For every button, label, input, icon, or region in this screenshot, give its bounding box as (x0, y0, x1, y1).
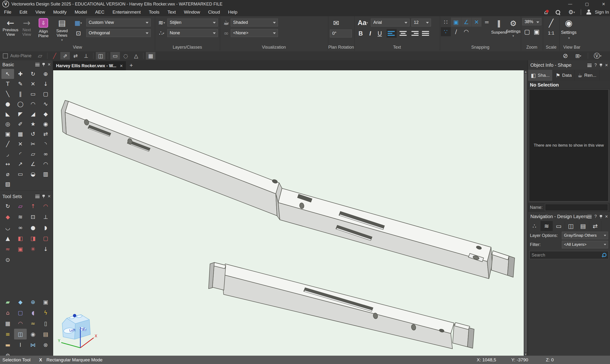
filter-dropdown[interactable]: <All Layers> (562, 241, 608, 248)
send-to-surface-tool[interactable]: ↓ (39, 79, 52, 89)
active-layer-dropdown[interactable]: Stijlen (167, 19, 218, 26)
site-tool-set[interactable]: ▰ (1, 297, 14, 307)
scale-ruler-icon[interactable]: ╱ (546, 18, 556, 28)
saved-views-button[interactable]: ▤ Saved Views▾ (53, 18, 71, 42)
3d-axis-tool[interactable]: ⊥ (39, 211, 52, 222)
layer-search-box[interactable] (530, 251, 609, 259)
search-input[interactable] (530, 252, 601, 258)
menu-help[interactable]: Help (224, 8, 241, 16)
analysis-tool[interactable]: ⊙ (1, 254, 14, 265)
fasteners-tool-set[interactable]: ⊗ (39, 339, 52, 350)
stamp-tool[interactable]: ▥ (39, 169, 52, 179)
chamfer-tool[interactable]: ◞ (1, 149, 14, 159)
close-button[interactable]: ✕ (597, 0, 610, 8)
suspend-snapping-button[interactable]: ‖ Suspend (493, 19, 506, 35)
shell-solid-tool[interactable]: ▢ (39, 233, 52, 244)
pin-icon[interactable] (42, 63, 45, 66)
rotate-tool[interactable]: ↺ (27, 129, 39, 139)
next-view-button[interactable]: → Next View (20, 18, 34, 37)
openings-tool-set[interactable]: ▯ (39, 318, 52, 329)
camera-tool-set[interactable]: ◉ (27, 329, 39, 339)
tab-close-icon[interactable]: ✕ (120, 64, 123, 68)
align-plane-button[interactable]: ⇩ Align Plane (35, 18, 52, 38)
3d-dragger-tool[interactable]: ⊡ (27, 211, 39, 222)
menu-window[interactable]: Window (180, 8, 204, 16)
selection-tool[interactable]: ↖ (1, 69, 14, 79)
plan-rotation-angle-field[interactable]: 0° (330, 30, 352, 38)
chain-dimension-tool[interactable]: ↗ (14, 159, 27, 169)
lighting-tool-set[interactable]: ◖ (27, 307, 39, 318)
scroll-up-icon[interactable]: ▲ (525, 70, 527, 73)
align-right-button[interactable] (410, 29, 419, 38)
linear-dimension-tool[interactable]: ↔ (1, 159, 14, 169)
menu-file[interactable]: File (0, 8, 15, 16)
radial-dimension-tool[interactable]: ⌀ (1, 169, 14, 179)
select-similar-tool[interactable]: ◉ (39, 119, 52, 129)
callout-tool[interactable]: ✎ (14, 79, 27, 89)
selection-display-mode-icon[interactable]: ▦ (146, 52, 156, 60)
viewports-icon[interactable]: ◫ (565, 221, 577, 231)
classes-icon[interactable]: ∴ (529, 221, 541, 231)
smart-point-toggle[interactable]: ∵ (441, 27, 451, 36)
align-justify-button[interactable] (421, 29, 431, 38)
new-object-style-icon[interactable]: ⊞▾ (573, 52, 583, 60)
fit-objects-icon[interactable]: ▣ (532, 28, 541, 36)
flyover-tool[interactable]: ↻ (27, 69, 39, 79)
rectangle-tool[interactable]: ▭ (27, 89, 39, 99)
tape-measure-tool[interactable]: ▭ (14, 169, 27, 179)
angle-snap-toggle[interactable]: ∠ (461, 18, 471, 27)
close-icon[interactable]: ✕ (48, 194, 51, 199)
render-teapot-icon[interactable]: ☕ (222, 19, 230, 26)
show-hidden-objects-icon[interactable]: ⊘ (561, 52, 570, 60)
minimize-button[interactable]: — (563, 0, 577, 8)
scroll-down-icon[interactable]: ▼ (525, 353, 527, 356)
polygon-marquee-mode-icon[interactable]: △ (131, 52, 141, 60)
close-icon[interactable]: ✕ (605, 214, 608, 219)
italic-button[interactable]: I (366, 29, 374, 38)
design-layers-icon[interactable]: ≋ (541, 221, 553, 231)
classes-icon[interactable]: ∴▾ (157, 30, 166, 37)
3d-polygon-tool[interactable]: ◢ (27, 109, 39, 119)
vectorworks-resources-icon[interactable]: Ⓥ▾ (593, 52, 602, 60)
plumbing-tool-set[interactable]: ⋈ (27, 339, 39, 350)
freehand-tool[interactable]: ∿ (39, 99, 52, 109)
hvac-tool-set[interactable]: ≡ (1, 329, 14, 339)
render-mode-dropdown[interactable]: Shaded (231, 19, 278, 26)
interiors-tool-set[interactable]: ▤ (39, 329, 52, 339)
fillet-point-tool[interactable]: ◝ (39, 139, 52, 149)
reshape-tool[interactable]: ▦ (14, 129, 27, 139)
snapping-settings-button[interactable]: ⚙ Settings▾ (506, 19, 520, 38)
clip-tool[interactable]: ✂ (27, 139, 39, 149)
intersection-snap-toggle[interactable]: ✕ (471, 18, 481, 27)
layers-icon[interactable]: ≋▾ (157, 19, 166, 26)
dimensioning-tool-set[interactable]: ▬ (1, 339, 14, 350)
bold-button[interactable]: B (357, 29, 365, 38)
document-tab[interactable]: Harvey Ellis Rocker.vwx - W... ✕ (53, 61, 126, 70)
oval-tool[interactable]: ◯ (14, 99, 27, 109)
electrical-tool-set[interactable]: ϟ (39, 307, 52, 318)
object-info-header[interactable]: Object Info - Shape ? ✕ (528, 60, 610, 70)
panel-menu-icon[interactable] (587, 64, 592, 67)
canvas-vertical-scrollbar[interactable]: ▲ ▼ (524, 70, 528, 356)
tab-ren[interactable]: ☕Ren... (575, 70, 599, 81)
close-icon[interactable]: ✕ (605, 63, 608, 67)
menu-view[interactable]: View (31, 8, 49, 16)
home-notifications-icon[interactable]: ⌂ (541, 8, 551, 16)
menu-cloud[interactable]: Cloud (204, 8, 224, 16)
interactive-scaling-off-mode-icon[interactable]: ╱ (50, 52, 59, 60)
layer-options-dropdown[interactable]: Gray/Snap Others (562, 232, 608, 239)
restore-button[interactable]: ▢ (580, 0, 594, 8)
tangent-snap-toggle[interactable]: ◠ (461, 27, 471, 36)
settings-gear-icon[interactable]: ⚙▾ (565, 8, 578, 16)
font-size-dropdown[interactable]: 12 (411, 19, 431, 26)
flyover-tool[interactable]: ↻ (1, 201, 14, 211)
menu-tools[interactable]: Tools (145, 8, 163, 16)
eraser-tool[interactable]: ▱ (27, 149, 39, 159)
menu-text[interactable]: Text (164, 8, 180, 16)
nurbs-surface-tool[interactable]: ≈ (1, 244, 14, 254)
working-plane-axis-mode-icon[interactable]: ⊥ (81, 52, 91, 60)
pin-icon[interactable] (600, 64, 602, 67)
arc-tool[interactable]: ◠ (27, 99, 39, 109)
regular-polygon-tool[interactable]: ◆ (39, 109, 52, 119)
menu-edit[interactable]: Edit (15, 8, 31, 16)
